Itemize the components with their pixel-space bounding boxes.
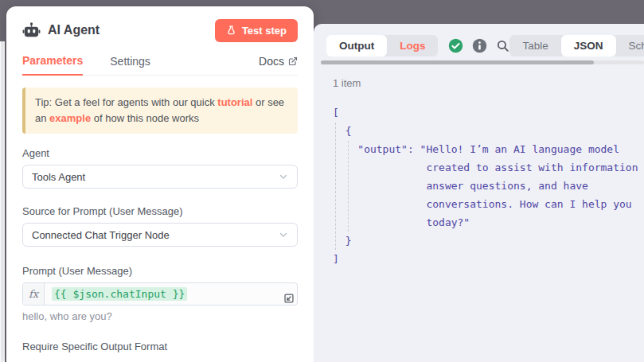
robot-icon — [22, 21, 41, 40]
json-code[interactable]: [ { "output": "Hello! I’m an AI language… — [333, 103, 644, 268]
tab-docs[interactable]: Docs — [259, 55, 298, 75]
output-toolbar: Output Logs Table JSON Schema — [326, 35, 637, 56]
chevron-down-icon — [279, 172, 288, 181]
output-format-label: Require Specific Output Format — [22, 341, 298, 352]
source-selected-value: Connected Chat Trigger Node — [32, 229, 170, 241]
agent-label: Agent — [22, 147, 298, 159]
prompt-hint-text: hello, who are you? — [22, 310, 298, 322]
chevron-down-icon — [279, 230, 288, 239]
tab-json[interactable]: JSON — [561, 35, 616, 56]
display-mode-switch: Table JSON Schema — [509, 35, 644, 56]
tip-text: of how this node works — [91, 112, 199, 124]
input-panel-edge — [0, 41, 5, 362]
tip-callout: Tip: Get a feel for agents with our quic… — [22, 88, 298, 134]
docs-label: Docs — [259, 55, 284, 68]
tab-parameters[interactable]: Parameters — [22, 54, 83, 76]
tab-schema[interactable]: Schema — [616, 35, 644, 56]
tab-settings[interactable]: Settings — [110, 55, 150, 75]
agent-selected-value: Tools Agent — [32, 171, 85, 183]
node-title: AI Agent — [48, 23, 100, 37]
toolbar-icons — [448, 38, 509, 53]
flask-icon — [226, 25, 236, 36]
node-header: AI Agent Test step — [22, 19, 298, 41]
info-icon[interactable] — [472, 38, 487, 53]
tab-table[interactable]: Table — [509, 35, 560, 56]
example-link[interactable]: example — [49, 112, 91, 124]
success-check-icon — [448, 38, 463, 53]
expression-value[interactable]: {{ $json.chatInput }} — [52, 287, 187, 301]
test-step-label: Test step — [242, 25, 287, 37]
source-select[interactable]: Connected Chat Trigger Node — [22, 223, 298, 247]
tutorial-link[interactable]: tutorial — [217, 96, 252, 108]
search-icon[interactable] — [496, 39, 509, 53]
tip-text: Tip: Get a feel for agents with our quic… — [35, 96, 217, 108]
test-step-button[interactable]: Test step — [215, 19, 298, 42]
items-count: 1 item — [333, 77, 361, 89]
node-tabs: Parameters Settings Docs — [22, 54, 298, 76]
indent-guide — [335, 123, 336, 250]
external-link-icon — [288, 56, 298, 66]
scrollbar-thumb[interactable] — [321, 60, 594, 64]
tab-logs[interactable]: Logs — [387, 35, 438, 56]
output-logs-switch: Output Logs — [326, 35, 438, 56]
indent-guide — [348, 141, 349, 232]
fx-badge: fx — [23, 283, 45, 305]
horizontal-scrollbar — [321, 60, 644, 64]
source-label: Source for Prompt (User Message) — [22, 205, 298, 217]
prompt-label: Prompt (User Message) — [22, 265, 298, 277]
agent-select[interactable]: Tools Agent — [22, 165, 298, 189]
output-panel: Output Logs Table JSON Schema 1 item [ { — [314, 24, 644, 362]
expand-expression-icon[interactable] — [283, 293, 295, 304]
json-output-view: [ { "output": "Hello! I’m an AI language… — [333, 103, 644, 268]
node-settings-panel: AI Agent Test step Parameters Settings D… — [6, 6, 314, 362]
prompt-expression-input[interactable]: fx {{ $json.chatInput }} — [22, 282, 298, 306]
tab-output[interactable]: Output — [326, 35, 387, 56]
